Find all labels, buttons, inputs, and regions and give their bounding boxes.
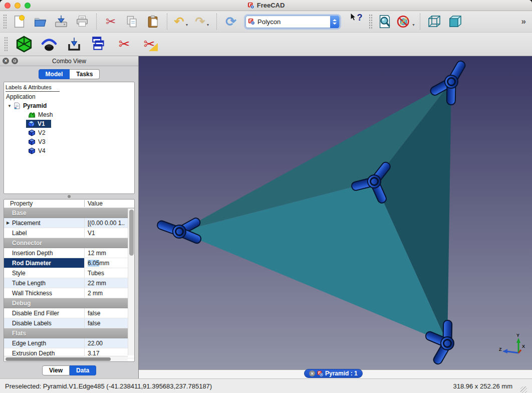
scissors-icon: ✂ bbox=[144, 36, 155, 52]
prop-row-style[interactable]: Style Tubes bbox=[4, 268, 134, 278]
toolbar-drag-handle[interactable] bbox=[369, 14, 372, 29]
selected-row-highlight: V1 bbox=[26, 120, 51, 128]
redo-icon: ↷ bbox=[195, 15, 205, 29]
copy-icon bbox=[125, 15, 139, 29]
rod-diameter-value-field[interactable]: 6.05 mm bbox=[84, 258, 134, 268]
tab-model[interactable]: Model bbox=[39, 69, 70, 79]
tree-item-v1[interactable]: V1 bbox=[4, 119, 134, 128]
shaded-view-button[interactable] bbox=[446, 13, 465, 31]
draw-style-dropdown-arrow[interactable]: ▼ bbox=[412, 23, 415, 27]
cut-mesh-button[interactable]: ✂ bbox=[115, 35, 134, 53]
cut-button[interactable]: ✂ bbox=[101, 13, 120, 31]
z-axis-label: Z bbox=[499, 347, 502, 352]
prop-row-rod-diameter[interactable]: Rod Diameter 6.05 mm bbox=[4, 258, 134, 268]
paste-clipboard-icon bbox=[146, 14, 160, 29]
group-flats[interactable]: Flats bbox=[4, 328, 134, 338]
mesh-icon bbox=[28, 111, 36, 118]
workbench-stepper[interactable] bbox=[330, 16, 339, 28]
freecad-logo-icon bbox=[247, 2, 254, 9]
group-connector[interactable]: Connector bbox=[4, 238, 134, 248]
question-mark-icon: ? bbox=[357, 13, 363, 23]
refresh-button[interactable]: ⟳ bbox=[221, 13, 240, 31]
3d-viewport[interactable]: Y X Z bbox=[139, 56, 532, 369]
undo-dropdown-arrow[interactable]: ▼ bbox=[185, 23, 189, 27]
prop-row-tube-length[interactable]: Tube Length 22 mm bbox=[4, 278, 134, 288]
minimize-window-button[interactable] bbox=[15, 3, 21, 9]
tab-view[interactable]: View bbox=[42, 365, 70, 375]
scrollbar-thumb[interactable] bbox=[6, 357, 111, 361]
redo-dropdown-arrow[interactable]: ▼ bbox=[206, 23, 210, 27]
solid-mesh-button[interactable] bbox=[15, 35, 34, 53]
tree-root-application[interactable]: Application bbox=[4, 92, 134, 101]
undo-button[interactable]: ↶ ▼ bbox=[172, 13, 191, 31]
redo-button[interactable]: ↷ ▼ bbox=[193, 13, 212, 31]
toolbar-overflow-button[interactable]: » bbox=[521, 17, 526, 27]
expander-icon[interactable]: ▶ bbox=[4, 218, 12, 228]
close-window-button[interactable] bbox=[5, 3, 11, 9]
property-horizontal-scrollbar[interactable] bbox=[4, 356, 128, 361]
prop-row-disable-labels[interactable]: Disable Labels false bbox=[4, 318, 134, 328]
printer-icon bbox=[75, 14, 90, 29]
open-document-button[interactable] bbox=[31, 13, 50, 31]
document-tab-label: Pyramid : 1 bbox=[325, 370, 358, 377]
prop-row-label[interactable]: Label V1 bbox=[4, 228, 134, 238]
tab-data[interactable]: Data bbox=[70, 365, 96, 375]
expander-icon[interactable]: ▼ bbox=[6, 104, 13, 108]
toolbar-drag-handle[interactable] bbox=[3, 14, 7, 29]
whats-this-button[interactable]: ? bbox=[347, 13, 366, 31]
splitter-handle-icon bbox=[68, 195, 71, 198]
prop-row-placement[interactable]: ▶ Placement [(0.00 0.00 1.. bbox=[4, 218, 134, 228]
new-document-button[interactable] bbox=[10, 13, 29, 31]
status-bar: Preselected: Pyramid.V1.Edge485 (-41.238… bbox=[0, 378, 532, 393]
window-title-wrap: FreeCAD bbox=[0, 2, 532, 9]
curvature-plot-button[interactable] bbox=[40, 35, 59, 53]
tree-item-pyramid[interactable]: ▼ Pyramid bbox=[4, 101, 134, 110]
copy-button[interactable] bbox=[122, 13, 141, 31]
tab-close-icon[interactable]: ✕ bbox=[309, 370, 315, 376]
workbench-selected-label: Polycon bbox=[255, 18, 330, 26]
column-property: Property bbox=[4, 200, 84, 207]
panel-float-button[interactable] bbox=[12, 58, 18, 64]
merge-windows-button[interactable] bbox=[90, 35, 109, 53]
title-bar[interactable]: FreeCAD bbox=[0, 0, 532, 11]
fit-all-button[interactable] bbox=[375, 13, 394, 31]
save-document-button[interactable] bbox=[52, 13, 71, 31]
print-button[interactable] bbox=[73, 13, 92, 31]
property-columns-header: Property Value bbox=[4, 200, 134, 208]
group-debug[interactable]: Debug bbox=[4, 298, 134, 308]
tree-item-mesh[interactable]: Mesh bbox=[4, 110, 134, 119]
combo-view-header[interactable]: ✕ Combo View bbox=[0, 56, 138, 66]
panel-title: Combo View bbox=[0, 58, 138, 65]
cube-icon bbox=[28, 129, 36, 136]
freecad-window: FreeCAD bbox=[0, 0, 532, 393]
cursor-arrow-icon bbox=[350, 13, 357, 21]
column-value: Value bbox=[84, 200, 134, 207]
cube-icon bbox=[28, 147, 36, 154]
panel-splitter[interactable] bbox=[0, 194, 138, 199]
property-vertical-scrollbar[interactable] bbox=[128, 209, 134, 355]
document-tab-pyramid[interactable]: ✕ Pyramid : 1 bbox=[304, 369, 363, 378]
tree-item-v3[interactable]: V3 bbox=[4, 137, 134, 146]
prop-row-wall-thickness[interactable]: Wall Thickness 2 mm bbox=[4, 288, 134, 298]
prop-row-edge-length[interactable]: Edge Length 22.00 bbox=[4, 338, 134, 348]
tab-tasks[interactable]: Tasks bbox=[70, 69, 100, 79]
import-mesh-button[interactable] bbox=[65, 35, 84, 53]
scrollbar-thumb[interactable] bbox=[129, 210, 134, 256]
axonometric-view-button[interactable] bbox=[425, 13, 444, 31]
workbench-selector[interactable]: Polycon bbox=[245, 16, 340, 28]
toolbar-drag-handle[interactable] bbox=[4, 37, 8, 52]
prop-row-insertion-depth[interactable]: Insertion Depth 12 mm bbox=[4, 248, 134, 258]
trim-mesh-button[interactable]: ✂ bbox=[140, 35, 159, 53]
freecad-logo-icon bbox=[248, 18, 255, 25]
resize-grip[interactable] bbox=[520, 386, 527, 393]
paste-button[interactable] bbox=[143, 13, 162, 31]
prop-row-disable-end-filler[interactable]: Disable End Filler false bbox=[4, 308, 134, 318]
zoom-window-button[interactable] bbox=[25, 3, 31, 9]
tree-item-v2[interactable]: V2 bbox=[4, 128, 134, 137]
panel-close-button[interactable]: ✕ bbox=[3, 58, 9, 64]
combo-view-panel: ✕ Combo View Model Tasks bbox=[0, 56, 139, 378]
tree-item-v4[interactable]: V4 bbox=[4, 146, 134, 155]
draw-style-button[interactable]: ▼ bbox=[396, 13, 415, 31]
group-base[interactable]: Base bbox=[4, 208, 134, 218]
viewport-column: Y X Z ✕ Pyramid : 1 bbox=[139, 56, 532, 378]
